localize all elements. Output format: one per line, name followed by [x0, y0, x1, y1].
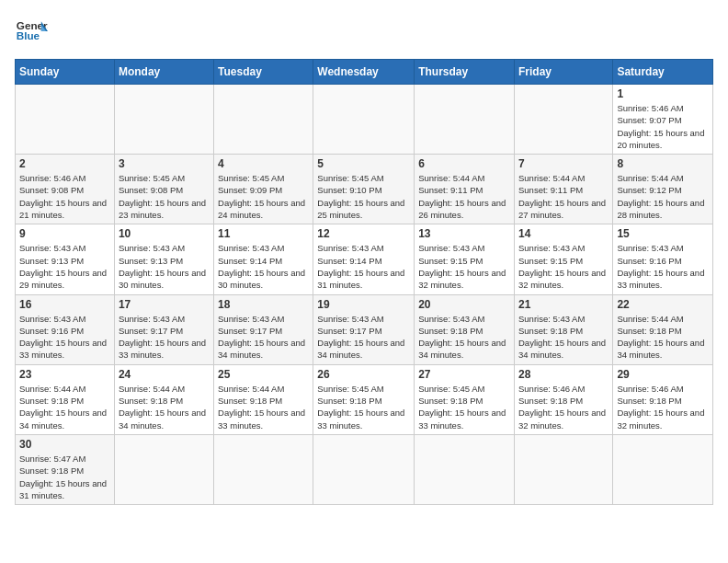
- calendar-cell: 27Sunrise: 5:45 AM Sunset: 9:18 PM Dayli…: [415, 364, 515, 434]
- day-number: 25: [218, 368, 309, 381]
- day-info: Sunrise: 5:44 AM Sunset: 9:11 PM Dayligh…: [418, 172, 510, 221]
- day-number: 4: [218, 157, 309, 170]
- day-number: 23: [19, 368, 110, 381]
- calendar-cell: 30Sunrise: 5:47 AM Sunset: 9:18 PM Dayli…: [16, 434, 115, 504]
- calendar-cell: 16Sunrise: 5:43 AM Sunset: 9:16 PM Dayli…: [16, 294, 115, 364]
- svg-text:Blue: Blue: [17, 29, 40, 41]
- day-number: 6: [418, 157, 510, 170]
- calendar-cell: [514, 85, 612, 155]
- calendar-cell: [313, 434, 415, 504]
- day-info: Sunrise: 5:43 AM Sunset: 9:15 PM Dayligh…: [418, 242, 510, 291]
- day-number: 18: [218, 298, 309, 311]
- day-info: Sunrise: 5:45 AM Sunset: 9:10 PM Dayligh…: [317, 172, 410, 221]
- calendar-cell: [415, 434, 515, 504]
- day-info: Sunrise: 5:45 AM Sunset: 9:18 PM Dayligh…: [317, 383, 410, 431]
- day-info: Sunrise: 5:44 AM Sunset: 9:18 PM Dayligh…: [19, 383, 110, 431]
- day-info: Sunrise: 5:45 AM Sunset: 9:18 PM Dayligh…: [418, 383, 510, 431]
- weekday-header-wednesday: Wednesday: [313, 60, 415, 85]
- calendar-cell: 25Sunrise: 5:44 AM Sunset: 9:18 PM Dayli…: [214, 364, 313, 434]
- day-info: Sunrise: 5:43 AM Sunset: 9:16 PM Dayligh…: [617, 242, 709, 291]
- calendar-cell: 29Sunrise: 5:46 AM Sunset: 9:18 PM Dayli…: [613, 364, 713, 434]
- calendar-cell: 18Sunrise: 5:43 AM Sunset: 9:17 PM Dayli…: [214, 294, 313, 364]
- calendar-cell: [16, 85, 115, 155]
- day-number: 15: [617, 227, 709, 240]
- calendar-cell: 14Sunrise: 5:43 AM Sunset: 9:15 PM Dayli…: [514, 224, 612, 294]
- page-container: General Blue SundayMondayTuesdayWednesda…: [15, 15, 713, 505]
- day-number: 20: [418, 298, 510, 311]
- logo: General Blue: [15, 15, 48, 48]
- calendar-week-row: 23Sunrise: 5:44 AM Sunset: 9:18 PM Dayli…: [16, 364, 713, 434]
- day-info: Sunrise: 5:46 AM Sunset: 9:08 PM Dayligh…: [19, 172, 110, 221]
- day-number: 2: [19, 157, 110, 170]
- day-info: Sunrise: 5:44 AM Sunset: 9:18 PM Dayligh…: [119, 383, 210, 431]
- calendar-cell: 6Sunrise: 5:44 AM Sunset: 9:11 PM Daylig…: [415, 155, 515, 224]
- calendar-cell: 13Sunrise: 5:43 AM Sunset: 9:15 PM Dayli…: [415, 224, 515, 294]
- header: General Blue: [15, 15, 713, 48]
- day-info: Sunrise: 5:45 AM Sunset: 9:08 PM Dayligh…: [119, 172, 210, 221]
- day-info: Sunrise: 5:43 AM Sunset: 9:14 PM Dayligh…: [218, 242, 309, 291]
- calendar-cell: [415, 85, 515, 155]
- calendar-table: SundayMondayTuesdayWednesdayThursdayFrid…: [15, 59, 713, 505]
- calendar-cell: 26Sunrise: 5:45 AM Sunset: 9:18 PM Dayli…: [313, 364, 415, 434]
- day-number: 28: [518, 368, 609, 381]
- day-info: Sunrise: 5:46 AM Sunset: 9:18 PM Dayligh…: [617, 383, 709, 431]
- day-info: Sunrise: 5:45 AM Sunset: 9:09 PM Dayligh…: [218, 172, 309, 221]
- day-number: 1: [617, 87, 709, 100]
- day-info: Sunrise: 5:43 AM Sunset: 9:17 PM Dayligh…: [317, 313, 410, 362]
- calendar-week-row: 9Sunrise: 5:43 AM Sunset: 9:13 PM Daylig…: [16, 224, 713, 294]
- day-info: Sunrise: 5:43 AM Sunset: 9:18 PM Dayligh…: [418, 313, 510, 362]
- calendar-cell: 15Sunrise: 5:43 AM Sunset: 9:16 PM Dayli…: [613, 224, 713, 294]
- day-number: 29: [617, 368, 709, 381]
- day-number: 12: [317, 227, 410, 240]
- calendar-cell: 22Sunrise: 5:44 AM Sunset: 9:18 PM Dayli…: [613, 294, 713, 364]
- day-number: 8: [617, 157, 709, 170]
- day-number: 13: [418, 227, 510, 240]
- calendar-cell: 4Sunrise: 5:45 AM Sunset: 9:09 PM Daylig…: [214, 155, 313, 224]
- calendar-week-row: 2Sunrise: 5:46 AM Sunset: 9:08 PM Daylig…: [16, 155, 713, 224]
- calendar-cell: 10Sunrise: 5:43 AM Sunset: 9:13 PM Dayli…: [114, 224, 213, 294]
- calendar-cell: 5Sunrise: 5:45 AM Sunset: 9:10 PM Daylig…: [313, 155, 415, 224]
- weekday-header-thursday: Thursday: [415, 60, 515, 85]
- calendar-week-row: 16Sunrise: 5:43 AM Sunset: 9:16 PM Dayli…: [16, 294, 713, 364]
- day-number: 14: [518, 227, 609, 240]
- day-info: Sunrise: 5:46 AM Sunset: 9:07 PM Dayligh…: [617, 102, 709, 151]
- day-number: 22: [617, 298, 709, 311]
- calendar-cell: 8Sunrise: 5:44 AM Sunset: 9:12 PM Daylig…: [613, 155, 713, 224]
- logo-icon: General Blue: [15, 15, 48, 48]
- calendar-week-row: 1Sunrise: 5:46 AM Sunset: 9:07 PM Daylig…: [16, 85, 713, 155]
- day-info: Sunrise: 5:43 AM Sunset: 9:17 PM Dayligh…: [119, 313, 210, 362]
- day-info: Sunrise: 5:43 AM Sunset: 9:16 PM Dayligh…: [19, 313, 110, 362]
- calendar-cell: 11Sunrise: 5:43 AM Sunset: 9:14 PM Dayli…: [214, 224, 313, 294]
- calendar-cell: [114, 85, 213, 155]
- weekday-header-monday: Monday: [114, 60, 213, 85]
- day-number: 3: [119, 157, 210, 170]
- calendar-cell: 7Sunrise: 5:44 AM Sunset: 9:11 PM Daylig…: [514, 155, 612, 224]
- day-info: Sunrise: 5:43 AM Sunset: 9:18 PM Dayligh…: [518, 313, 609, 362]
- day-number: 21: [518, 298, 609, 311]
- weekday-header-saturday: Saturday: [613, 60, 713, 85]
- day-number: 30: [19, 438, 110, 451]
- day-number: 7: [518, 157, 609, 170]
- day-number: 17: [119, 298, 210, 311]
- weekday-header-tuesday: Tuesday: [214, 60, 313, 85]
- calendar-cell: 21Sunrise: 5:43 AM Sunset: 9:18 PM Dayli…: [514, 294, 612, 364]
- calendar-cell: 19Sunrise: 5:43 AM Sunset: 9:17 PM Dayli…: [313, 294, 415, 364]
- day-info: Sunrise: 5:43 AM Sunset: 9:13 PM Dayligh…: [119, 242, 210, 291]
- day-info: Sunrise: 5:44 AM Sunset: 9:11 PM Dayligh…: [518, 172, 609, 221]
- calendar-cell: [514, 434, 612, 504]
- day-info: Sunrise: 5:43 AM Sunset: 9:14 PM Dayligh…: [317, 242, 410, 291]
- day-number: 16: [19, 298, 110, 311]
- weekday-header-friday: Friday: [514, 60, 612, 85]
- calendar-cell: 9Sunrise: 5:43 AM Sunset: 9:13 PM Daylig…: [16, 224, 115, 294]
- weekday-header-row: SundayMondayTuesdayWednesdayThursdayFrid…: [16, 60, 713, 85]
- day-info: Sunrise: 5:47 AM Sunset: 9:18 PM Dayligh…: [19, 453, 110, 501]
- day-info: Sunrise: 5:44 AM Sunset: 9:18 PM Dayligh…: [218, 383, 309, 431]
- calendar-cell: [214, 434, 313, 504]
- calendar-cell: [214, 85, 313, 155]
- day-info: Sunrise: 5:43 AM Sunset: 9:15 PM Dayligh…: [518, 242, 609, 291]
- calendar-cell: 1Sunrise: 5:46 AM Sunset: 9:07 PM Daylig…: [613, 85, 713, 155]
- day-number: 9: [19, 227, 110, 240]
- day-number: 11: [218, 227, 309, 240]
- calendar-cell: 23Sunrise: 5:44 AM Sunset: 9:18 PM Dayli…: [16, 364, 115, 434]
- calendar-cell: 28Sunrise: 5:46 AM Sunset: 9:18 PM Dayli…: [514, 364, 612, 434]
